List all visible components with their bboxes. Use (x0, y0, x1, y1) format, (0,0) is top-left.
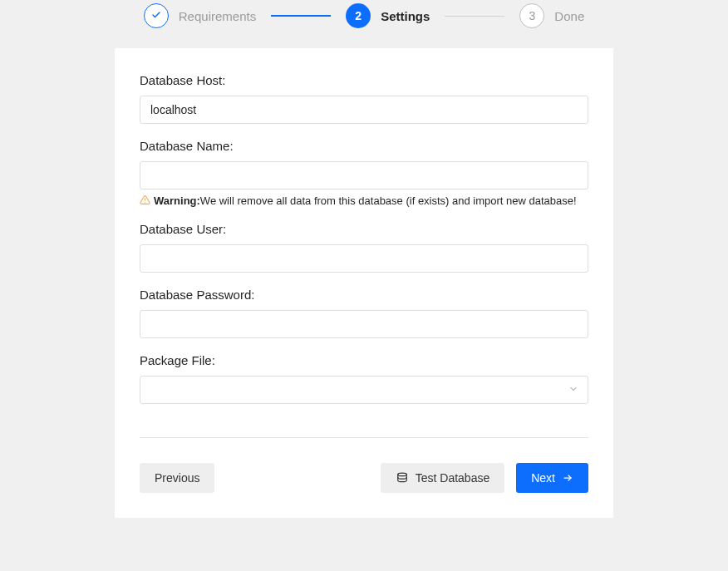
label-db-host: Database Host: (140, 73, 588, 87)
test-database-button-label: Test Database (416, 471, 490, 485)
field-db-name: Database Name: Warning:We will remove al… (140, 139, 588, 207)
label-db-password: Database Password: (140, 288, 588, 302)
field-db-password: Database Password: (140, 288, 588, 338)
step-settings: 2 Settings (346, 3, 430, 28)
helper-db-name: Warning:We will remove all data from thi… (140, 194, 588, 207)
svg-point-2 (397, 473, 406, 476)
arrow-right-icon (562, 473, 573, 483)
next-button-label: Next (531, 471, 555, 485)
step-done-circle: 3 (519, 3, 544, 28)
step-requirements-label: Requirements (179, 9, 256, 23)
step-requirements: Requirements (144, 3, 256, 28)
step-requirements-circle (144, 3, 169, 28)
step-settings-number: 2 (355, 9, 362, 22)
check-icon (151, 9, 161, 22)
test-database-button[interactable]: Test Database (381, 463, 505, 493)
input-db-user[interactable] (140, 244, 588, 273)
field-db-host: Database Host: (140, 73, 588, 124)
field-db-user: Database User: (140, 222, 588, 273)
settings-card: Database Host: Database Name: Warning:We… (115, 48, 613, 518)
step-settings-label: Settings (381, 9, 430, 23)
step-done-label: Done (554, 9, 584, 23)
stepper: Requirements 2 Settings 3 Done (0, 0, 728, 48)
previous-button-label: Previous (155, 471, 199, 485)
field-package-file: Package File: (140, 353, 588, 404)
footer: Previous Test Database Next (140, 463, 588, 493)
warning-prefix: Warning: (154, 194, 200, 207)
step-settings-circle: 2 (346, 3, 371, 28)
input-db-password[interactable] (140, 310, 588, 338)
step-done-number: 3 (529, 9, 535, 22)
previous-button[interactable]: Previous (140, 463, 214, 493)
select-package-file[interactable] (140, 376, 588, 404)
label-db-name: Database Name: (140, 139, 588, 153)
input-db-name[interactable] (140, 161, 588, 190)
database-icon (396, 472, 409, 484)
label-db-user: Database User: (140, 222, 588, 236)
stepper-line (271, 15, 331, 17)
input-db-host[interactable] (140, 96, 588, 124)
step-done: 3 Done (519, 3, 584, 28)
stepper-line (445, 16, 504, 17)
next-button[interactable]: Next (516, 463, 588, 493)
label-package-file: Package File: (140, 353, 588, 367)
warning-icon (140, 194, 150, 205)
footer-divider (140, 437, 588, 438)
warning-text: We will remove all data from this databa… (200, 194, 577, 207)
